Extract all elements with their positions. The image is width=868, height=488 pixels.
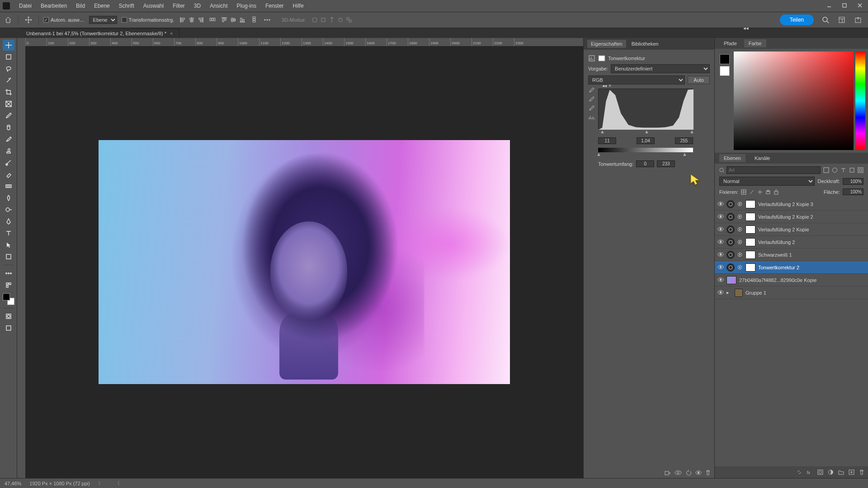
visibility-toggle[interactable] xyxy=(717,239,724,245)
menu-bearbeiten[interactable]: Bearbeiten xyxy=(36,1,71,11)
tab-pfade[interactable]: Pfade xyxy=(719,39,741,47)
crop-tool[interactable] xyxy=(3,87,14,98)
layer-row[interactable]: ⦿Schwarzweiß 1 xyxy=(715,249,868,261)
link-layers-icon[interactable] xyxy=(796,469,802,475)
lock-position-icon[interactable] xyxy=(757,189,763,195)
output-white-slider[interactable]: ▲ xyxy=(682,151,687,157)
zoom-readout[interactable]: 47,46% xyxy=(5,481,21,486)
ruler-origin[interactable] xyxy=(17,38,25,46)
close-button[interactable] xyxy=(854,1,866,9)
input-black-field[interactable] xyxy=(598,137,616,144)
new-layer-icon[interactable] xyxy=(849,469,854,475)
menu-fenster[interactable]: Fenster xyxy=(261,1,288,11)
input-gamma-field[interactable] xyxy=(637,137,655,144)
search-icon[interactable] xyxy=(820,14,831,25)
gray-eyedropper-icon[interactable] xyxy=(588,96,594,102)
move-tool-icon[interactable] xyxy=(23,14,34,25)
layer-name[interactable]: Schwarzweiß 1 xyxy=(758,252,865,258)
adjustment-thumb[interactable] xyxy=(726,213,735,221)
chevron-right-icon[interactable]: ▸ xyxy=(726,290,732,296)
close-document-icon[interactable]: × xyxy=(170,31,173,36)
properties-collapse-icons[interactable]: ◂◂× xyxy=(602,83,611,88)
toggle-visibility-icon[interactable] xyxy=(695,470,702,475)
align-left-icon[interactable] xyxy=(179,16,187,24)
status-prev-icon[interactable]: 〈 xyxy=(115,480,120,487)
layer-name[interactable]: Verlaufsfüllung 2 Kopie xyxy=(758,227,865,232)
visibility-toggle[interactable] xyxy=(717,252,724,258)
black-input-slider[interactable]: ▲ xyxy=(600,129,605,134)
healing-tool[interactable] xyxy=(3,122,14,133)
auto-button[interactable]: Auto xyxy=(688,76,710,84)
hue-slider[interactable] xyxy=(855,52,865,150)
canvas-area[interactable]: 0100200300400500600700800900100011001200… xyxy=(17,38,583,478)
black-eyedropper-icon[interactable] xyxy=(588,87,594,93)
mask-thumb[interactable] xyxy=(745,200,755,208)
adjustment-thumb[interactable] xyxy=(726,200,735,208)
layer-name[interactable]: Tonwertkorrektur 2 xyxy=(758,265,865,270)
layer-filter-search[interactable] xyxy=(719,166,821,174)
document-tab[interactable]: Unbenannt-1 bei 47,5% (Tonwertkorrektur … xyxy=(20,28,179,38)
tab-farbe[interactable]: Farbe xyxy=(744,39,766,47)
mask-thumb-icon[interactable] xyxy=(598,55,605,62)
gradient-tool[interactable] xyxy=(3,181,14,192)
menu-3d[interactable]: 3D xyxy=(189,1,205,11)
share-button[interactable]: Teilen xyxy=(780,14,814,25)
opacity-field[interactable] xyxy=(843,178,863,185)
adjustment-thumb[interactable] xyxy=(726,263,735,272)
layer-row[interactable]: ⦿Tonwertkorrektur 2 xyxy=(715,261,868,274)
mask-thumb[interactable] xyxy=(745,251,755,259)
layer-thumbnail[interactable] xyxy=(726,276,736,284)
menu-plugins[interactable]: Plug-ins xyxy=(232,1,261,11)
tab-bibliotheken[interactable]: Bibliotheken xyxy=(628,40,662,48)
lock-paint-icon[interactable] xyxy=(749,189,755,195)
reset-icon[interactable] xyxy=(685,470,692,475)
more-tools-icon[interactable] xyxy=(3,268,14,279)
filter-smart-icon[interactable] xyxy=(858,167,863,173)
link-mask-icon[interactable]: ⦿ xyxy=(737,214,743,220)
stamp-tool[interactable] xyxy=(3,145,14,156)
delete-layer-icon[interactable] xyxy=(859,469,864,475)
home-icon[interactable] xyxy=(3,14,14,25)
link-mask-icon[interactable]: ⦿ xyxy=(737,252,743,258)
maximize-button[interactable] xyxy=(838,1,851,9)
type-tool[interactable] xyxy=(3,228,14,239)
filter-pixel-icon[interactable] xyxy=(823,167,829,173)
layer-row[interactable]: 27b0480a7f4882...82990c0e Kopie xyxy=(715,274,868,286)
menu-ansicht[interactable]: Ansicht xyxy=(205,1,232,11)
color-field[interactable] xyxy=(734,52,854,150)
artboard-tool[interactable] xyxy=(3,52,14,62)
align-bottom-icon[interactable] xyxy=(238,16,246,24)
eyedropper-tool[interactable] xyxy=(3,110,14,121)
layer-list[interactable]: ⦿Verlaufsfüllung 2 Kopie 3⦿Verlaufsfüllu… xyxy=(715,198,868,466)
distribute-v-icon[interactable] xyxy=(251,16,257,23)
lock-transparent-icon[interactable] xyxy=(741,189,746,195)
view-previous-icon[interactable] xyxy=(675,470,682,475)
distribute-h-icon[interactable] xyxy=(209,16,216,23)
visibility-toggle[interactable] xyxy=(717,290,724,296)
new-adjustment-icon[interactable] xyxy=(828,469,834,475)
brush-tool[interactable] xyxy=(3,134,14,145)
output-gradient[interactable]: ▲ ▲ xyxy=(598,148,693,152)
tab-kanaele[interactable]: Kanäle xyxy=(750,154,774,162)
menu-filter[interactable]: Filter xyxy=(168,1,189,11)
link-mask-icon[interactable]: ⦿ xyxy=(737,265,743,270)
adjustment-thumb[interactable] xyxy=(726,251,735,259)
adjustment-thumb[interactable] xyxy=(726,225,735,234)
fill-field[interactable] xyxy=(843,188,863,195)
path-select-tool[interactable] xyxy=(3,239,14,250)
layer-row[interactable]: ⦿Verlaufsfüllung 2 Kopie 2 xyxy=(715,211,868,223)
menu-datei[interactable]: Datei xyxy=(14,1,36,11)
lasso-tool[interactable] xyxy=(3,63,14,74)
mask-thumb[interactable] xyxy=(745,238,755,246)
layer-fx-icon[interactable]: fx xyxy=(807,469,813,475)
tab-ebenen[interactable]: Ebenen xyxy=(719,154,745,162)
mask-thumb[interactable] xyxy=(745,213,755,221)
mask-thumb[interactable] xyxy=(745,225,755,234)
lock-nesting-icon[interactable] xyxy=(765,189,771,195)
output-black-field[interactable] xyxy=(636,160,654,167)
link-mask-icon[interactable]: ⦿ xyxy=(737,239,743,245)
status-chevron-icon[interactable]: 〉 xyxy=(98,480,103,487)
link-mask-icon[interactable]: ⦿ xyxy=(737,227,743,232)
link-mask-icon[interactable]: ⦿ xyxy=(737,202,743,207)
canvas-viewport[interactable] xyxy=(25,46,583,478)
